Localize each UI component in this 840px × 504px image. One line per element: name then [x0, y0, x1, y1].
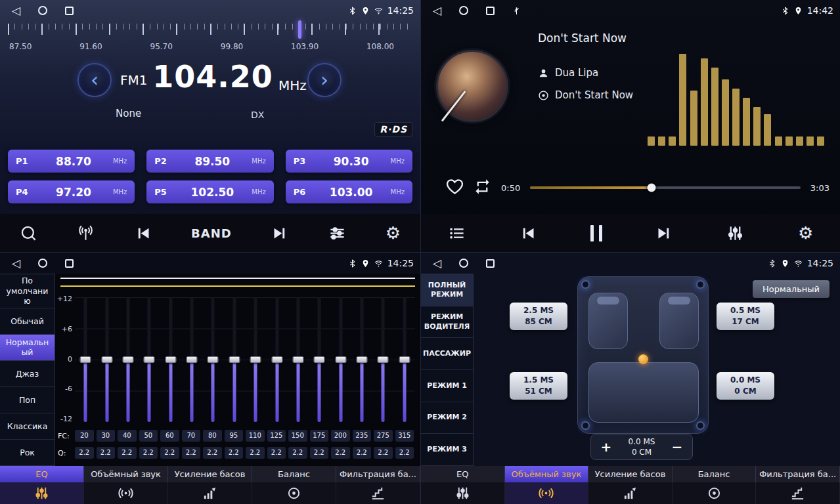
rear-left-speaker-icon[interactable]: [581, 421, 590, 430]
nav-recents-icon[interactable]: [486, 259, 495, 268]
eq-band-slider[interactable]: [224, 297, 245, 422]
eq-preset-item[interactable]: Джаз: [0, 361, 55, 387]
eq-slider-knob[interactable]: [271, 356, 282, 363]
previous-track-icon[interactable]: [519, 224, 537, 242]
surround-mode-item[interactable]: ПОЛНЫЙ РЕЖИМ: [421, 274, 473, 306]
delay-increase-button[interactable]: +: [599, 439, 613, 455]
eq-slider-knob[interactable]: [399, 356, 410, 363]
delay-decrease-button[interactable]: −: [670, 439, 684, 455]
eq-preset-item[interactable]: Нормальный: [0, 335, 55, 361]
next-station-icon[interactable]: [271, 224, 289, 242]
eq-band-slider[interactable]: [160, 297, 181, 422]
nav-recents-icon[interactable]: [65, 7, 74, 15]
tune-up-button[interactable]: ›: [307, 63, 342, 97]
preset-button-p2[interactable]: P289.50MHz: [146, 150, 273, 173]
next-track-icon[interactable]: [655, 224, 673, 242]
eq-slider-knob[interactable]: [122, 356, 133, 363]
preset-button-p4[interactable]: P497.20MHz: [8, 180, 135, 203]
frequency-scale[interactable]: [8, 24, 411, 39]
progress-slider[interactable]: [530, 186, 801, 189]
playlist-icon[interactable]: [448, 224, 466, 242]
eq-slider-knob[interactable]: [357, 356, 368, 363]
audio-tab-1[interactable]: EQ: [421, 466, 505, 504]
eq-band-slider[interactable]: [139, 297, 160, 422]
eq-band-slider[interactable]: [288, 297, 309, 422]
eq-preset-item[interactable]: По умолчанию: [0, 274, 55, 308]
audio-tab-1[interactable]: EQ: [0, 466, 84, 504]
eq-band-slider[interactable]: [372, 297, 393, 422]
eq-band-slider[interactable]: [351, 297, 372, 422]
surround-mode-item[interactable]: ПАССАЖИР: [421, 338, 473, 370]
eq-band-slider[interactable]: [96, 297, 117, 422]
eq-slider-knob[interactable]: [187, 356, 198, 363]
eq-preset-item[interactable]: Рок: [0, 440, 55, 466]
nav-home-icon[interactable]: [459, 6, 468, 15]
audio-tab-2[interactable]: Объёмный звук: [505, 466, 589, 504]
nav-home-icon[interactable]: [38, 6, 47, 15]
nav-recents-icon[interactable]: [486, 7, 495, 15]
eq-preset-item[interactable]: Классика: [0, 413, 55, 440]
preset-button-p5[interactable]: P5102.50MHz: [146, 180, 273, 203]
eq-slider-knob[interactable]: [229, 356, 240, 363]
audio-tab-5[interactable]: Фильтрация ба...: [336, 466, 420, 504]
audio-tab-3[interactable]: Усиление басов: [588, 466, 673, 504]
mixer-icon[interactable]: [726, 224, 744, 242]
rear-right-speaker-icon[interactable]: [696, 421, 705, 430]
rear-left-delay[interactable]: 1.5 MS 51 CM: [510, 372, 567, 400]
nav-back-icon[interactable]: ◁: [433, 5, 441, 16]
surround-mode-item[interactable]: РЕЖИМ ВОДИТЕЛЯ: [421, 306, 473, 339]
nav-back-icon[interactable]: ◁: [12, 5, 20, 16]
front-left-delay[interactable]: 2.5 MS 85 CM: [510, 303, 567, 330]
rear-right-delay[interactable]: 0.0 MS 0 CM: [717, 372, 774, 400]
scan-icon[interactable]: [20, 224, 37, 242]
eq-slider-knob[interactable]: [80, 356, 91, 363]
preset-button-p6[interactable]: P6103.00MHz: [286, 180, 412, 203]
pause-icon[interactable]: [590, 225, 602, 242]
preset-button-p3[interactable]: P390.30MHz: [286, 150, 412, 173]
eq-slider-knob[interactable]: [292, 356, 303, 363]
eq-preset-item[interactable]: Поп: [0, 387, 55, 413]
progress-knob[interactable]: [648, 184, 656, 192]
eq-band-slider[interactable]: [245, 297, 266, 422]
front-right-speaker-icon[interactable]: [696, 280, 705, 289]
surround-mode-item[interactable]: РЕЖИМ 2: [421, 402, 473, 434]
surround-mode-item[interactable]: РЕЖИМ 1: [421, 370, 473, 402]
eq-slider-knob[interactable]: [314, 356, 325, 363]
sound-preset-button[interactable]: Нормальный: [753, 280, 829, 298]
nav-back-icon[interactable]: ◁: [12, 258, 20, 269]
eq-band-slider[interactable]: [202, 297, 223, 422]
favorite-icon[interactable]: [446, 178, 464, 198]
listening-position-marker[interactable]: [638, 354, 648, 364]
eq-slider-knob[interactable]: [208, 356, 219, 363]
nav-home-icon[interactable]: [38, 259, 47, 268]
equalizer-icon[interactable]: [328, 224, 346, 242]
settings-icon[interactable]: ⚙: [798, 224, 813, 242]
eq-band-slider[interactable]: [309, 297, 330, 422]
eq-band-slider[interactable]: [181, 297, 202, 422]
tune-down-button[interactable]: ‹: [77, 63, 112, 97]
audio-tab-4[interactable]: Баланс: [252, 466, 336, 504]
nav-recents-icon[interactable]: [65, 259, 74, 268]
eq-slider-knob[interactable]: [378, 356, 389, 363]
eq-band-slider[interactable]: [266, 297, 287, 422]
eq-slider-knob[interactable]: [335, 356, 346, 363]
front-right-delay[interactable]: 0.5 MS 17 CM: [717, 303, 774, 330]
eq-slider-knob[interactable]: [101, 356, 112, 363]
preset-button-p1[interactable]: P188.70MHz: [8, 150, 135, 173]
audio-tab-4[interactable]: Баланс: [673, 466, 757, 504]
audio-tab-3[interactable]: Усиление басов: [168, 466, 252, 504]
surround-mode-item[interactable]: РЕЖИМ 3: [421, 434, 473, 466]
eq-band-slider[interactable]: [330, 297, 351, 422]
previous-station-icon[interactable]: [134, 224, 152, 242]
nav-home-icon[interactable]: [459, 259, 468, 268]
eq-band-slider[interactable]: [118, 297, 139, 422]
settings-icon[interactable]: ⚙: [386, 224, 401, 242]
nav-back-icon[interactable]: ◁: [433, 258, 441, 269]
repeat-icon[interactable]: [474, 178, 491, 198]
audio-tab-2[interactable]: Объёмный звук: [84, 466, 168, 504]
eq-slider-knob[interactable]: [165, 356, 176, 363]
eq-slider-knob[interactable]: [144, 356, 155, 363]
front-left-speaker-icon[interactable]: [581, 280, 590, 289]
eq-slider-knob[interactable]: [250, 356, 261, 363]
eq-band-slider[interactable]: [75, 297, 96, 422]
